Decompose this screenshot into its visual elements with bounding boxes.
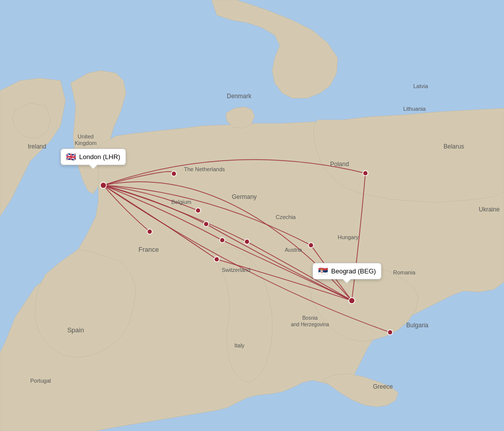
svg-point-11 [100, 182, 106, 188]
svg-text:Kingdom: Kingdom [75, 140, 96, 146]
label-portugal: Portugal [30, 378, 51, 384]
svg-point-7 [214, 257, 219, 262]
label-denmark: Denmark [227, 93, 252, 100]
label-italy: Italy [234, 342, 245, 348]
label-switzerland: Switzerland [222, 267, 250, 273]
label-greece: Greece [373, 383, 393, 390]
label-germany: Germany [232, 193, 257, 200]
svg-point-5 [220, 238, 225, 243]
svg-point-4 [147, 229, 152, 234]
svg-point-2 [196, 208, 201, 213]
svg-point-6 [244, 239, 249, 244]
label-lithuania: Lithuania [403, 106, 426, 112]
svg-point-1 [171, 171, 176, 176]
label-netherlands: The Netherlands [184, 166, 225, 172]
map-container: Ireland United Kingdom France Spain Port… [0, 0, 504, 431]
label-belarus: Belarus [444, 143, 464, 150]
label-ireland: Ireland [28, 143, 46, 150]
svg-point-9 [363, 171, 368, 176]
svg-text:and Herzegovina: and Herzegovina [291, 322, 329, 327]
label-bulgaria: Bulgaria [406, 322, 428, 329]
label-austria: Austria [285, 247, 302, 253]
label-czechia: Czechia [276, 214, 296, 220]
label-spain: Spain [67, 326, 84, 334]
svg-point-10 [388, 330, 393, 335]
label-romania: Romania [393, 269, 416, 275]
label-belgium: Belgium [171, 199, 192, 205]
label-ukraine: Ukraine [479, 206, 500, 213]
label-latvia: Latvia [413, 83, 428, 89]
label-poland: Poland [330, 161, 349, 168]
label-bosnia: Bosnia [302, 315, 318, 321]
svg-point-12 [349, 298, 355, 304]
label-hungary: Hungary [338, 234, 359, 240]
label-france: France [139, 246, 159, 253]
label-uk: United [78, 133, 94, 139]
svg-point-3 [204, 222, 209, 227]
svg-point-8 [308, 243, 313, 248]
